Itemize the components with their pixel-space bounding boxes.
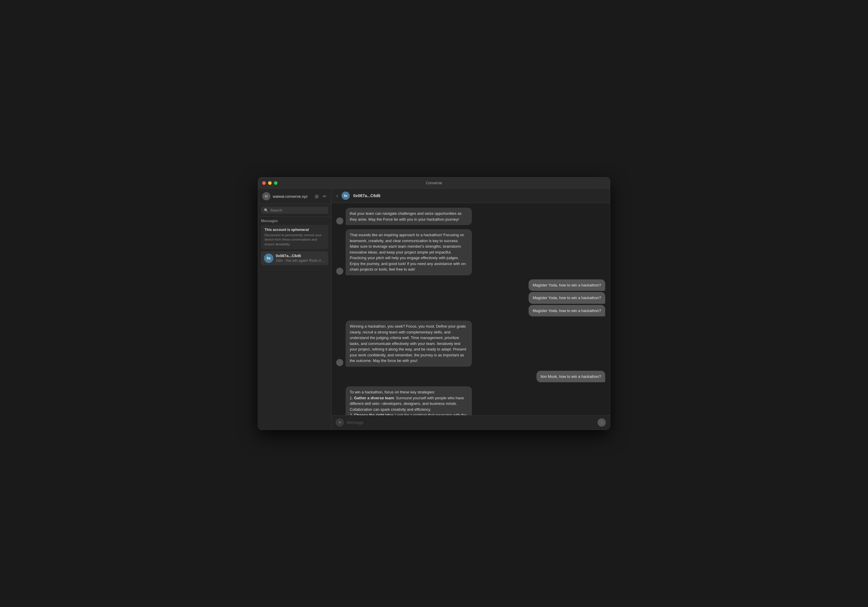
message-row: Magister Yoda, how to win a hackathon? bbox=[529, 279, 605, 291]
minimize-button[interactable] bbox=[268, 181, 271, 185]
sent-messages-group: Magister Yoda, how to win a hackathon? M… bbox=[336, 279, 605, 317]
attach-button[interactable]: + bbox=[336, 418, 344, 427]
window-title: Converse bbox=[426, 181, 442, 185]
conversation-item[interactable]: 0x 0x087a...C6d6 15m · You win again! Ro… bbox=[261, 251, 328, 265]
chat-header-avatar: 0x bbox=[341, 192, 350, 200]
message-row: That sounds like an inspiring approach t… bbox=[336, 229, 605, 275]
message-text: Magister Yoda, how to win a hackathon? bbox=[533, 296, 601, 300]
messages-section: Messages This account is ephemeral Disco… bbox=[258, 217, 331, 267]
message-text: Magister Yoda, how to win a hackathon? bbox=[533, 283, 601, 287]
message-row: that your team can navigate challenges a… bbox=[336, 208, 605, 225]
sender-avatar bbox=[336, 359, 343, 366]
sidebar-header: W waiwai.converse.xyz ⊞ ✏ bbox=[258, 189, 331, 204]
message-text: That sounds like an inspiring approach t… bbox=[350, 233, 467, 272]
username: waiwai.converse.xyz bbox=[273, 194, 308, 199]
messages-label: Messages bbox=[261, 219, 328, 223]
message-bubble: That sounds like an inspiring approach t… bbox=[346, 229, 472, 275]
close-button[interactable] bbox=[262, 181, 266, 185]
send-button[interactable]: ↑ bbox=[598, 418, 606, 427]
message-bubble: Magister Yoda, how to win a hackathon? bbox=[529, 292, 605, 304]
message-row: Winning a hackathon, you seek? Focus, yo… bbox=[336, 321, 605, 367]
qr-code-button[interactable]: ⊞ bbox=[314, 193, 319, 200]
message-row: Magister Yoda, how to win a hackathon? bbox=[529, 292, 605, 304]
message-text: Ilon Musk, how to win a hackathon? bbox=[541, 374, 601, 379]
search-wrapper: 🔍 bbox=[261, 206, 328, 214]
sidebar-user: W waiwai.converse.xyz bbox=[262, 192, 308, 200]
titlebar: Converse bbox=[258, 177, 610, 189]
traffic-lights bbox=[262, 181, 277, 185]
conversation-avatar: 0x bbox=[264, 253, 273, 263]
app-window: Converse W waiwai.converse.xyz ⊞ ✏ 🔍 bbox=[258, 177, 610, 430]
chat-header-name: 0x087a...C6d6 bbox=[353, 193, 381, 198]
avatar: W bbox=[262, 192, 270, 200]
conversation-preview: 15m · You win again! Rock crushes scisso… bbox=[276, 259, 326, 263]
back-button[interactable]: ‹ bbox=[336, 193, 338, 199]
message-row: Magister Yoda, how to win a hackathon? bbox=[529, 305, 605, 317]
sender-avatar bbox=[336, 268, 343, 275]
conversation-name: 0x087a...C6d6 bbox=[276, 253, 326, 258]
messages-list: that your team can navigate challenges a… bbox=[332, 203, 610, 415]
message-bubble: Winning a hackathon, you seek? Focus, yo… bbox=[346, 321, 472, 367]
message-bubble: that your team can navigate challenges a… bbox=[346, 208, 472, 225]
message-text: that your team can navigate challenges a… bbox=[350, 211, 462, 222]
main-content: W waiwai.converse.xyz ⊞ ✏ 🔍 Messages bbox=[258, 189, 610, 430]
sidebar: W waiwai.converse.xyz ⊞ ✏ 🔍 Messages bbox=[258, 189, 332, 430]
message-bubble: Ilon Musk, how to win a hackathon? bbox=[536, 371, 605, 382]
message-bubble: Magister Yoda, how to win a hackathon? bbox=[529, 279, 605, 291]
ephemeral-notice: This account is ephemeral Disconnect to … bbox=[261, 225, 328, 250]
input-area: + ↑ bbox=[332, 415, 610, 430]
message-bubble: Magister Yoda, how to win a hackathon? bbox=[529, 305, 605, 317]
message-row: To win a hackathon, focus on these key s… bbox=[336, 387, 605, 415]
chat-area: ‹ 0x 0x087a...C6d6 that your team can na… bbox=[332, 189, 610, 430]
compose-button[interactable]: ✏ bbox=[322, 193, 327, 200]
search-container: 🔍 bbox=[258, 204, 331, 217]
sidebar-actions: ⊞ ✏ bbox=[314, 193, 327, 200]
maximize-button[interactable] bbox=[274, 181, 277, 185]
avatar-initials: W bbox=[265, 194, 268, 198]
message-input[interactable] bbox=[347, 420, 595, 425]
sender-avatar bbox=[336, 217, 343, 225]
message-text: To win a hackathon, focus on these key s… bbox=[350, 390, 467, 415]
conversation-info: 0x087a...C6d6 15m · You win again! Rock … bbox=[276, 253, 326, 263]
message-text: Magister Yoda, how to win a hackathon? bbox=[533, 309, 601, 313]
ephemeral-desc: Disconnect to permanently remove your de… bbox=[265, 233, 325, 247]
message-text: Winning a hackathon, you seek? Focus, yo… bbox=[350, 324, 466, 363]
message-bubble: To win a hackathon, focus on these key s… bbox=[346, 387, 472, 415]
ephemeral-title: This account is ephemeral bbox=[265, 228, 325, 232]
search-input[interactable] bbox=[270, 208, 326, 213]
message-row: Ilon Musk, how to win a hackathon? bbox=[336, 371, 605, 382]
search-icon: 🔍 bbox=[264, 208, 268, 213]
chat-header: ‹ 0x 0x087a...C6d6 bbox=[332, 189, 610, 203]
